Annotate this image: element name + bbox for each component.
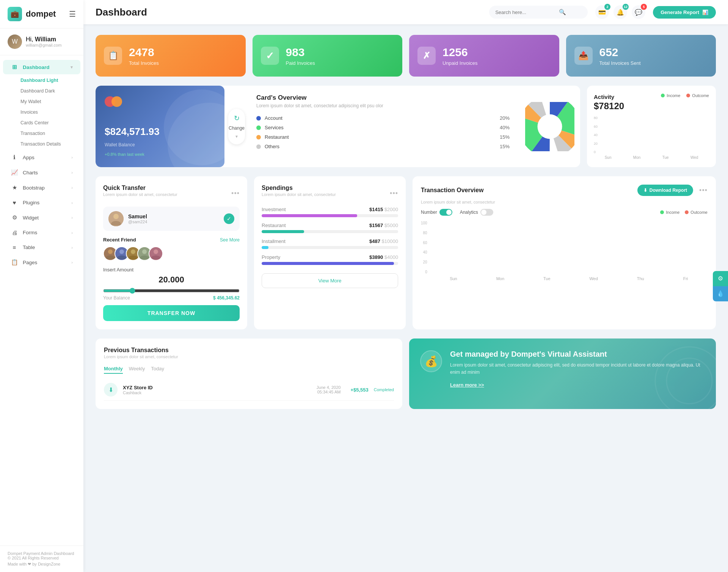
view-more-button[interactable]: View More <box>262 273 398 288</box>
table-arrow-icon: › <box>71 245 73 250</box>
svg-point-8 <box>108 249 113 254</box>
quick-transfer-menu-icon[interactable]: ••• <box>231 190 240 197</box>
total-sent-icon: 📤 <box>574 47 593 65</box>
tab-today[interactable]: Today <box>151 366 164 374</box>
pages-arrow-icon: › <box>71 260 73 265</box>
search-input[interactable] <box>495 9 556 15</box>
subitem-dashboard-dark[interactable]: Dashboard Dark <box>17 86 83 96</box>
sidebar-item-plugins[interactable]: ♥ Plugins › <box>3 196 80 210</box>
recent-friends-label: Recent Friend <box>103 237 136 243</box>
tab-weekly[interactable]: Weekly <box>129 366 145 374</box>
sidebar-item-table[interactable]: ≡ Table › <box>3 240 80 254</box>
services-dot <box>256 125 261 130</box>
balance-label: Your Balance <box>103 295 130 301</box>
quick-transfer-header: Quick Transfer Lorem ipsum dolor sit ame… <box>103 185 240 202</box>
bell-icon-btn[interactable]: 🔔 12 <box>613 5 627 19</box>
tab-monthly[interactable]: Monthly <box>104 366 123 374</box>
chat-badge: 5 <box>641 4 647 10</box>
sidebar-item-widget-label: Widget <box>23 215 39 221</box>
spendings-menu-icon[interactable]: ••• <box>390 190 398 197</box>
sidebar-item-widget[interactable]: ⚙ Widget › <box>3 210 80 225</box>
paid-invoices-icon: ✓ <box>261 47 279 65</box>
svg-point-10 <box>119 249 124 254</box>
see-all-link[interactable]: See More <box>220 237 240 243</box>
amount-slider[interactable] <box>103 288 240 294</box>
settings-float-btn[interactable]: ⚙ <box>713 271 728 286</box>
sidebar-footer: Dompet Payment Admin Dashboard © 2021 Al… <box>0 545 83 572</box>
unpaid-invoices-label: Unpaid Invoices <box>442 60 478 66</box>
unpaid-invoices-icon: ✗ <box>417 47 436 65</box>
subitem-transaction[interactable]: Transaction <box>17 128 83 139</box>
wallet-change-button[interactable]: ↻ Change ▾ <box>228 109 245 144</box>
user-email: william@gmail.com <box>26 43 61 47</box>
subitem-dashboard-light[interactable]: Dashboard Light <box>17 75 83 86</box>
sidebar-item-charts[interactable]: 📈 Charts › <box>3 165 80 180</box>
subitem-my-wallet[interactable]: My Wallet <box>17 96 83 107</box>
header-icons: 💳 2 🔔 12 💬 5 <box>595 5 645 19</box>
sidebar-item-table-label: Table <box>23 244 35 250</box>
activity-legend: Income Outcome <box>661 93 709 98</box>
sidebar-item-dashboard[interactable]: ⊞ Dashboard ▾ <box>3 60 80 74</box>
to-bar-labels: Sun Mon Tue Wed Thu Fri <box>430 276 708 281</box>
y-axis: 806040200 <box>594 116 598 154</box>
quick-transfer-card: Quick Transfer Lorem ipsum dolor sit ame… <box>96 176 247 329</box>
co-items: Account 20% Services 40% Restaurant 15% <box>256 115 512 149</box>
paid-invoices-info: 983 Paid Invoices <box>286 46 315 66</box>
transaction-overview-card: Transaction Overview ⬇ Download Report •… <box>413 176 716 329</box>
amount-value: 20.000 <box>103 275 240 285</box>
pie-chart <box>525 102 574 151</box>
hamburger-menu[interactable]: ☰ <box>69 9 76 19</box>
subitem-transaction-details[interactable]: Transaction Details <box>17 139 83 149</box>
analytics-toggle[interactable] <box>480 209 493 216</box>
number-toggle[interactable] <box>439 209 452 216</box>
sidebar: 💼 dompet ☰ W Hi, William william@gmail.c… <box>0 0 83 572</box>
spendings-desc: Lorem ipsum dolor sit amet, consectetur <box>262 192 336 197</box>
transfer-user-handle: @sam224 <box>128 219 147 224</box>
download-report-button[interactable]: ⬇ Download Report <box>637 185 693 196</box>
analytics-toggle-knob <box>481 210 486 215</box>
sidebar-item-forms[interactable]: 🖨 Forms › <box>3 226 80 240</box>
spending-property-name: Property <box>262 254 280 260</box>
wallet-icon-btn[interactable]: 💳 2 <box>595 5 609 19</box>
spending-installment: Installment $487 $10000 <box>262 238 398 249</box>
pages-icon: 📋 <box>11 259 18 266</box>
sidebar-item-pages[interactable]: 📋 Pages › <box>3 255 80 270</box>
co-item-restaurant-label: Restaurant <box>265 134 496 140</box>
analytics-toggle-group: Analytics <box>460 209 493 216</box>
generate-report-button[interactable]: Generate Report 📊 <box>653 6 716 19</box>
water-float-btn[interactable]: 💧 <box>713 286 728 301</box>
sidebar-item-apps[interactable]: ℹ Apps › <box>3 150 80 165</box>
to-income-dot <box>660 210 664 214</box>
sidebar-item-bootstrap[interactable]: ★ Bootstrap › <box>3 180 80 195</box>
page-title: Dashboard <box>96 6 147 18</box>
wallet-card: $824,571.93 Wallet Balance +0.8% than la… <box>96 86 224 167</box>
to-income-label: Income <box>666 210 679 215</box>
subitem-invoices[interactable]: Invoices <box>17 107 83 118</box>
subitem-cards-center[interactable]: Cards Center <box>17 118 83 128</box>
y-60: 60 <box>421 241 427 245</box>
bootstrap-icon: ★ <box>11 184 18 191</box>
tx-date-1: June 4, 2020 05:34:45 AM <box>317 385 341 394</box>
prev-transactions-title-area: Previous Transactions Lorem ipsum dolor … <box>104 347 178 364</box>
co-item-restaurant-pct: 15% <box>500 134 512 140</box>
amount-label: Insert Amount <box>103 267 240 273</box>
header: Dashboard 🔍 💳 2 🔔 12 💬 5 Generate Report… <box>83 0 728 24</box>
transfer-now-button[interactable]: TRANSFER NOW <box>103 305 240 321</box>
spending-installment-amounts: $487 $10000 <box>369 238 398 244</box>
stat-card-paid-invoices: ✓ 983 Paid Invoices <box>253 35 403 77</box>
transfer-user-info: Samuel @sam224 <box>128 213 147 224</box>
total-sent-label: Total Invoices Sent <box>599 60 641 66</box>
promo-learn-more-link[interactable]: Learn more >> <box>450 382 484 388</box>
to-bars <box>430 221 708 274</box>
installment-progress-fill <box>262 246 268 249</box>
chat-icon-btn[interactable]: 💬 5 <box>632 5 645 19</box>
others-dot <box>256 144 261 149</box>
label-mon: Mon <box>633 155 640 160</box>
to-outcome-dot <box>685 210 689 214</box>
apps-icon: ℹ <box>11 154 18 161</box>
chevron-down-icon: ▾ <box>71 65 73 70</box>
transaction-menu-icon[interactable]: ••• <box>699 186 708 194</box>
card-overview-info: Card's Overview Lorem ipsum dolor sit am… <box>249 86 519 167</box>
spendings-title-area: Spendings Lorem ipsum dolor sit amet, co… <box>262 185 336 202</box>
previous-transactions-card: Previous Transactions Lorem ipsum dolor … <box>96 338 402 409</box>
